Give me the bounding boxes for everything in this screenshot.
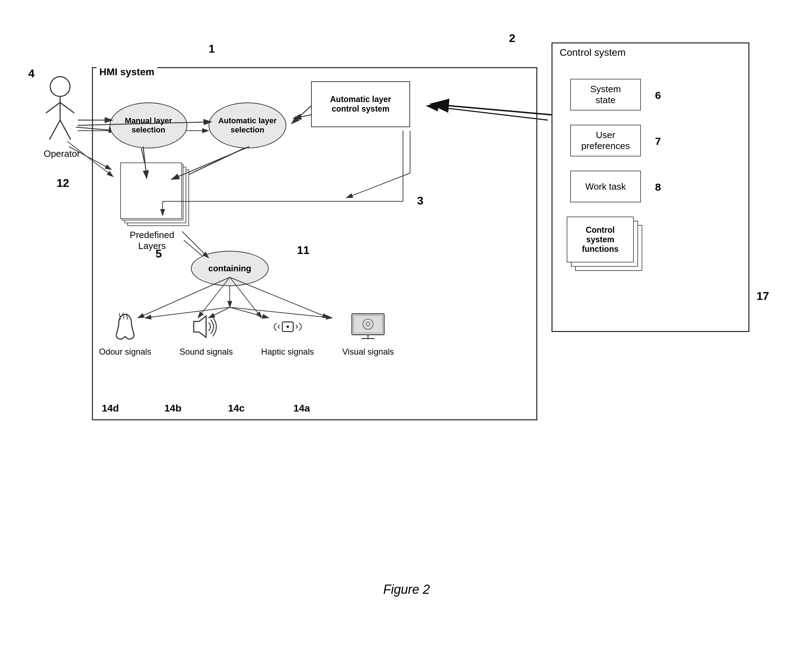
label-17: 17 (757, 289, 769, 303)
label-4: 4 (28, 67, 35, 80)
sound-signals: Sound signals (180, 311, 233, 357)
haptic-label: Haptic signals (261, 347, 314, 357)
manual-layer-selection: Manual layer selection (110, 102, 187, 148)
label-14c: 14c (228, 403, 245, 414)
svg-line-20 (60, 102, 74, 113)
svg-line-22 (60, 120, 71, 139)
operator-figure (39, 74, 81, 145)
svg-line-19 (46, 102, 60, 113)
figure-caption: Figure 2 (383, 582, 430, 597)
work-task-box: Work task (570, 171, 641, 202)
visual-icon (350, 311, 386, 343)
label-14a: 14a (293, 403, 310, 414)
odour-icon (107, 311, 143, 343)
hmi-system-label: HMI system (97, 66, 157, 78)
label-1: 1 (209, 42, 215, 55)
label-14d: 14d (102, 403, 119, 414)
svg-point-17 (50, 77, 70, 96)
odour-signals: Odour signals (99, 311, 151, 357)
control-system-box: Control system System state User prefere… (551, 42, 749, 332)
operator-label: Operator (39, 148, 85, 159)
svg-rect-27 (354, 315, 383, 333)
label-8: 8 (655, 181, 661, 193)
label-12: 12 (57, 176, 69, 190)
svg-point-25 (286, 325, 289, 328)
containing-ellipse: containing (191, 251, 269, 286)
svg-marker-23 (194, 316, 206, 337)
predefined-layers-label: Predefined Layers (117, 230, 187, 252)
label-14b: 14b (164, 403, 182, 414)
signals-area: Odour signals Sound signals (99, 311, 394, 357)
haptic-signals: Haptic signals (261, 311, 314, 357)
automatic-layer-control-system: Automatic layer control system (311, 81, 410, 127)
system-state-box: System state (570, 79, 641, 110)
sound-label: Sound signals (180, 347, 233, 357)
automatic-layer-selection: Automatic layer selection (209, 102, 286, 148)
user-preferences-box: User preferences (570, 125, 641, 157)
label-7: 7 (655, 135, 661, 147)
odour-label: Odour signals (99, 347, 151, 357)
haptic-icon (270, 311, 305, 343)
svg-line-21 (50, 120, 60, 139)
sound-icon (188, 311, 224, 343)
label-6: 6 (655, 89, 661, 101)
control-system-label: Control system (559, 47, 626, 58)
label-2: 2 (509, 32, 515, 45)
visual-label: Visual signals (342, 347, 394, 357)
visual-signals: Visual signals (342, 311, 394, 357)
